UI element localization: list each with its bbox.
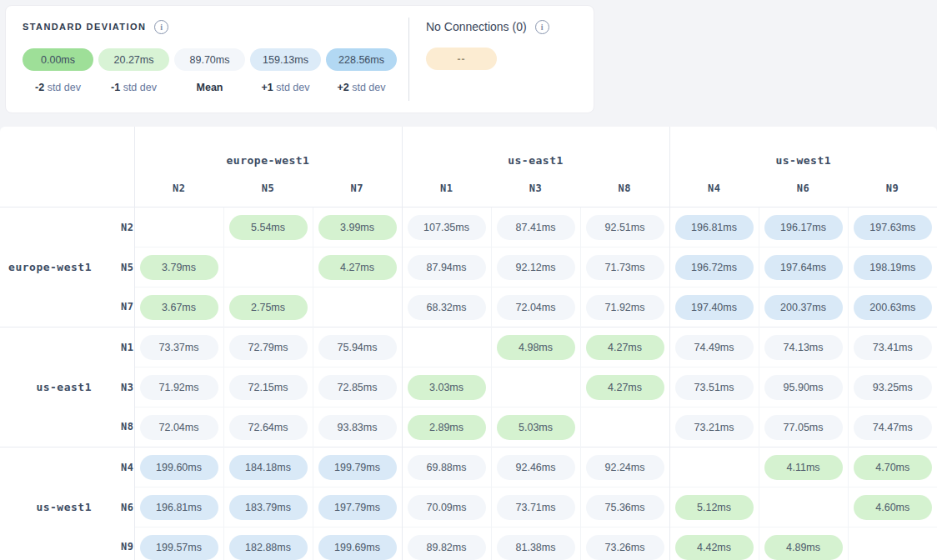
col-node-N9: N9 [848,170,937,208]
latency-pill-N8-N7[interactable]: 93.83ms [318,415,397,440]
col-region-us-west1: us-west1 [669,127,937,170]
latency-pill-N6-N5[interactable]: 183.79ms [229,495,308,520]
latency-pill-N9-N7[interactable]: 199.69ms [318,535,397,560]
latency-pill-N3-N6[interactable]: 95.90ms [764,375,843,400]
latency-pill-N2-N7[interactable]: 3.99ms [318,215,397,240]
latency-pill-N9-N5[interactable]: 182.88ms [229,535,308,560]
latency-pill-N2-N4[interactable]: 196.81ms [675,215,754,240]
latency-pill-N4-N9[interactable]: 4.70ms [854,455,932,480]
latency-pill-N6-N4[interactable]: 5.12ms [675,495,754,520]
latency-pill-N4-N7[interactable]: 199.79ms [318,455,397,480]
latency-pill-N4-N8[interactable]: 92.24ms [586,455,664,480]
latency-pill-N3-N2[interactable]: 71.92ms [140,375,218,400]
latency-pill-N7-N5[interactable]: 2.75ms [229,295,308,320]
latency-pill-N3-N4[interactable]: 73.51ms [675,375,754,400]
latency-pill-N3-N1[interactable]: 3.03ms [408,375,486,400]
latency-pill-N6-N2[interactable]: 196.81ms [140,495,218,520]
latency-pill-N7-N8[interactable]: 71.92ms [586,295,664,320]
legend-pill-1: 20.27ms [98,48,169,71]
latency-pill-N3-N8[interactable]: 4.27ms [586,375,664,400]
latency-cell-N8-N9: 74.47ms [848,408,937,448]
info-icon[interactable]: i [154,20,168,34]
latency-cell-N8-N8 [580,408,669,448]
latency-pill-N4-N3[interactable]: 92.46ms [497,455,575,480]
latency-pill-N7-N3[interactable]: 72.04ms [497,295,575,320]
col-node-N8: N8 [580,170,669,208]
latency-pill-N1-N6[interactable]: 74.13ms [764,335,843,360]
latency-pill-N5-N9[interactable]: 198.19ms [854,255,932,280]
latency-pill-N1-N7[interactable]: 75.94ms [318,335,397,360]
latency-pill-N7-N9[interactable]: 200.63ms [854,295,932,320]
latency-cell-N9-N5: 182.88ms [223,528,313,560]
latency-pill-N8-N3[interactable]: 5.03ms [497,415,575,440]
latency-matrix: europe-west1us-east1us-west1N2N5N7N1N3N8… [0,127,937,560]
latency-pill-N4-N2[interactable]: 199.60ms [140,455,218,480]
latency-pill-N9-N1[interactable]: 89.82ms [408,535,486,560]
latency-pill-N2-N9[interactable]: 197.63ms [854,215,932,240]
latency-cell-N9-N9 [848,528,937,560]
latency-pill-N4-N1[interactable]: 69.88ms [408,455,486,480]
latency-pill-N8-N4[interactable]: 73.21ms [675,415,754,440]
latency-pill-N8-N2[interactable]: 72.04ms [140,415,218,440]
latency-pill-N5-N3[interactable]: 92.12ms [497,255,575,280]
latency-pill-N2-N8[interactable]: 92.51ms [586,215,664,240]
info-icon[interactable]: i [535,20,549,34]
latency-pill-N2-N3[interactable]: 87.41ms [497,215,575,240]
latency-cell-N5-N9: 198.19ms [848,248,937,288]
latency-cell-N6-N1: 70.09ms [402,488,491,528]
latency-pill-N9-N3[interactable]: 81.38ms [497,535,575,560]
latency-pill-N6-N9[interactable]: 4.60ms [854,495,932,520]
latency-pill-N5-N8[interactable]: 71.73ms [586,255,664,280]
latency-pill-N7-N2[interactable]: 3.67ms [140,295,218,320]
latency-pill-N5-N6[interactable]: 197.64ms [764,255,843,280]
latency-pill-N9-N6[interactable]: 4.89ms [764,535,843,560]
latency-pill-N7-N4[interactable]: 197.40ms [675,295,754,320]
latency-pill-N1-N8[interactable]: 4.27ms [586,335,664,360]
latency-pill-N3-N9[interactable]: 93.25ms [854,375,932,400]
no-connections-legend: No Connections (0) i -- [409,6,549,112]
matrix-row-N1: us-east1N173.37ms72.79ms75.94ms4.98ms4.2… [0,328,937,368]
latency-pill-N5-N1[interactable]: 87.94ms [408,255,486,280]
legend-pills: 0.00ms20.27ms89.70ms159.13ms228.56ms [23,48,397,71]
latency-pill-N8-N9[interactable]: 74.47ms [854,415,932,440]
latency-cell-N1-N8: 4.27ms [580,328,669,368]
latency-pill-N7-N1[interactable]: 68.32ms [408,295,486,320]
latency-pill-N2-N1[interactable]: 107.35ms [408,215,486,240]
latency-pill-N1-N3[interactable]: 4.98ms [497,335,575,360]
latency-cell-N4-N7: 199.79ms [313,448,402,488]
latency-cell-N5-N1: 87.94ms [402,248,491,288]
latency-pill-N6-N7[interactable]: 197.79ms [318,495,397,520]
latency-pill-N9-N2[interactable]: 199.57ms [140,535,218,560]
latency-pill-N4-N5[interactable]: 184.18ms [229,455,308,480]
latency-pill-N6-N1[interactable]: 70.09ms [408,495,486,520]
latency-cell-N8-N1: 2.89ms [402,408,491,448]
latency-pill-N1-N9[interactable]: 73.41ms [854,335,932,360]
latency-cell-N2-N3: 87.41ms [491,208,580,248]
latency-pill-N6-N8[interactable]: 75.36ms [586,495,664,520]
latency-pill-N1-N2[interactable]: 73.37ms [140,335,218,360]
latency-cell-N7-N8: 71.92ms [580,288,669,328]
latency-pill-N8-N5[interactable]: 72.64ms [229,415,308,440]
latency-pill-N2-N6[interactable]: 196.17ms [764,215,843,240]
latency-pill-N3-N5[interactable]: 72.15ms [229,375,308,400]
col-node-N1: N1 [402,170,491,208]
latency-cell-N6-N9: 4.60ms [848,488,937,528]
latency-pill-N8-N6[interactable]: 77.05ms [764,415,843,440]
latency-pill-N8-N1[interactable]: 2.89ms [408,415,486,440]
row-node-N1: N1 [92,328,134,368]
latency-pill-N4-N6[interactable]: 4.11ms [764,455,843,480]
latency-pill-N1-N4[interactable]: 74.49ms [675,335,754,360]
latency-pill-N9-N4[interactable]: 4.42ms [675,535,754,560]
latency-pill-N6-N3[interactable]: 73.71ms [497,495,575,520]
col-node-N4: N4 [669,170,759,208]
latency-pill-N5-N2[interactable]: 3.79ms [140,255,218,280]
latency-pill-N3-N7[interactable]: 72.85ms [318,375,397,400]
latency-pill-N1-N5[interactable]: 72.79ms [229,335,308,360]
latency-pill-N5-N7[interactable]: 4.27ms [318,255,397,280]
latency-pill-N7-N6[interactable]: 200.37ms [764,295,843,320]
latency-cell-N3-N4: 73.51ms [669,368,759,408]
latency-pill-N5-N4[interactable]: 196.72ms [675,255,754,280]
latency-pill-N2-N5[interactable]: 5.54ms [229,215,308,240]
latency-pill-N9-N8[interactable]: 73.26ms [586,535,664,560]
legend-card: STANDARD DEVIATION i 0.00ms20.27ms89.70m… [5,5,594,113]
